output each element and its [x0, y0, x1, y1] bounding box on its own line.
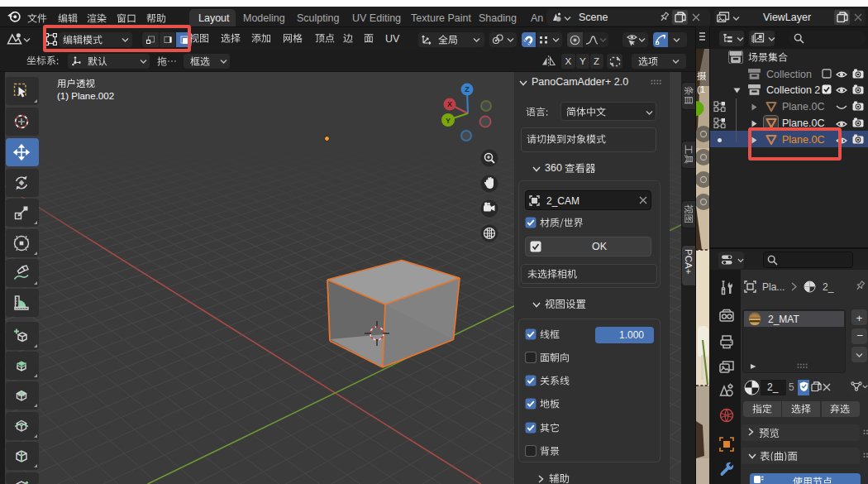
- svg-text:Z: Z: [465, 85, 470, 93]
- svg-text:X: X: [447, 100, 452, 108]
- svg-text:Y: Y: [446, 117, 451, 125]
